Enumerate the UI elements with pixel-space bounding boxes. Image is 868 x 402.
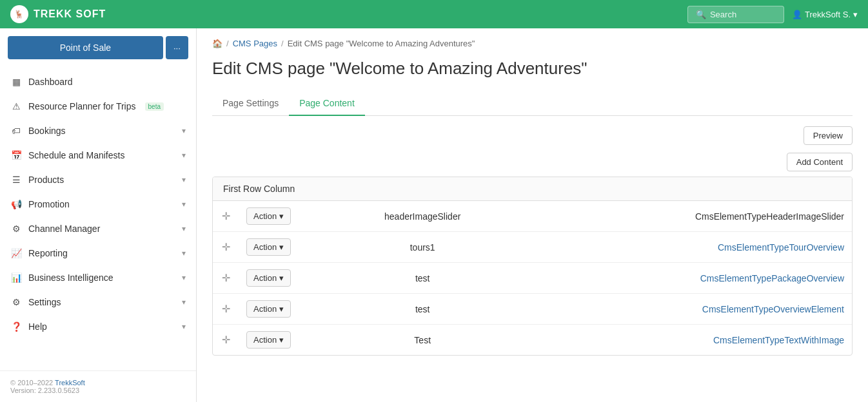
bookings-icon: 🏷	[10, 125, 22, 137]
business-intelligence-icon: 📊	[10, 272, 22, 283]
element-name: headerImageSlider	[329, 201, 516, 232]
user-icon: 👤	[792, 10, 802, 19]
sidebar-item-reporting[interactable]: 📈 Reporting ▾	[0, 241, 196, 265]
chevron-down-icon: ▾	[182, 175, 186, 184]
search-label: Search	[710, 10, 736, 19]
actions-row: Preview	[212, 126, 853, 145]
chevron-down-icon: ▾	[182, 224, 186, 233]
section-title: First Row Column	[213, 177, 852, 201]
action-button[interactable]: Action ▾	[246, 300, 291, 318]
element-type: CmsElementTypeHeaderImageSlider	[516, 201, 852, 232]
drag-handle-icon: ✛	[222, 242, 230, 253]
pos-button[interactable]: Point of Sale	[8, 36, 163, 59]
help-icon: ❓	[10, 321, 22, 332]
action-button[interactable]: Action ▾	[246, 331, 291, 349]
schedule-icon: 📅	[10, 149, 22, 161]
pos-button-group: Point of Sale ···	[8, 36, 188, 59]
chevron-down-icon: ▾	[182, 322, 186, 331]
sidebar-item-schedule[interactable]: 📅 Schedule and Manifests ▾	[0, 143, 196, 168]
action-button[interactable]: Action ▾	[246, 238, 291, 256]
action-chevron-icon: ▾	[279, 273, 284, 283]
table-row: ✛ Action ▾ test CmsElementTypePackageOve…	[213, 263, 852, 294]
top-nav-right: 🔍 Search 👤 TrekkSoft S. ▾	[687, 6, 858, 23]
sidebar-item-dashboard[interactable]: ▦ Dashboard	[0, 70, 196, 94]
sidebar-footer: © 2010–2022 TrekkSoft Version: 2.233.0.5…	[0, 370, 196, 402]
sidebar-item-promotion[interactable]: 📢 Promotion ▾	[0, 192, 196, 216]
table-row: ✛ Action ▾ Test CmsElementTypeTextWithIm…	[213, 325, 852, 356]
logo: 🦌 TREKK SOFT	[10, 5, 106, 23]
reporting-icon: 📈	[10, 247, 22, 259]
table-row: ✛ Action ▾ tours1 CmsElementTypeTourOver…	[213, 232, 852, 263]
sidebar-item-settings[interactable]: ⚙ Settings ▾	[0, 290, 196, 314]
copyright-text: © 2010–2022 TrekkSoft	[10, 379, 186, 387]
sidebar-item-label: Channel Manager	[28, 224, 100, 234]
element-type[interactable]: CmsElementTypeOverviewElement	[516, 294, 852, 325]
sidebar-item-label: Settings	[28, 297, 61, 307]
element-name: test	[329, 294, 516, 325]
chevron-down-icon: ▾	[182, 151, 186, 160]
sidebar-item-label: Products	[28, 175, 64, 185]
action-label: Action	[253, 273, 277, 283]
element-type[interactable]: CmsElementTypeTourOverview	[516, 232, 852, 263]
table-row: ✛ Action ▾ test CmsElementTypeOverviewEl…	[213, 294, 852, 325]
dashboard-icon: ▦	[10, 76, 22, 88]
action-label: Action	[253, 304, 277, 314]
table-row: ✛ Action ▾ headerImageSlider CmsElementT…	[213, 201, 852, 232]
search-box[interactable]: 🔍 Search	[687, 6, 784, 23]
action-chevron-icon: ▾	[279, 304, 284, 314]
add-content-button[interactable]: Add Content	[787, 153, 853, 171]
tab-page-content[interactable]: Page Content	[289, 91, 365, 116]
logo-icon: 🦌	[10, 5, 28, 23]
action-button[interactable]: Action ▾	[246, 269, 291, 287]
sidebar-item-help[interactable]: ❓ Help ▾	[0, 314, 196, 339]
tab-page-settings[interactable]: Page Settings	[212, 91, 289, 116]
top-navigation: 🦌 TREKK SOFT 🔍 Search 👤 TrekkSoft S. ▾	[0, 0, 868, 28]
search-icon: 🔍	[696, 10, 706, 19]
resource-planner-icon: ⚠	[10, 100, 22, 112]
action-chevron-icon: ▾	[279, 242, 284, 252]
action-label: Action	[253, 211, 277, 221]
products-icon: ☰	[10, 174, 22, 186]
element-name: tours1	[329, 232, 516, 263]
breadcrumb-cms-pages[interactable]: CMS Pages	[233, 39, 277, 48]
action-chevron-icon: ▾	[279, 211, 284, 221]
user-chevron: ▾	[853, 10, 858, 19]
home-icon[interactable]: 🏠	[212, 39, 222, 48]
beta-badge: beta	[145, 102, 164, 111]
sidebar-item-label: Schedule and Manifests	[28, 150, 124, 160]
sidebar-item-bookings[interactable]: 🏷 Bookings ▾	[0, 119, 196, 143]
settings-icon: ⚙	[10, 296, 22, 308]
page-title: Edit CMS page "Welcome to Amazing Advent…	[212, 59, 853, 79]
sidebar-item-resource-planner[interactable]: ⚠ Resource Planner for Trips beta	[0, 94, 196, 119]
user-label: TrekkSoft S.	[805, 10, 851, 19]
sidebar-item-label: Reporting	[28, 248, 68, 258]
element-name: test	[329, 263, 516, 294]
chevron-down-icon: ▾	[182, 273, 186, 282]
content-section: First Row Column ✛ Action ▾ headerImageS…	[212, 177, 853, 356]
breadcrumb-current: Edit CMS page "Welcome to Amazing Advent…	[288, 39, 475, 48]
sidebar-item-label: Resource Planner for Trips	[28, 101, 136, 111]
content-area: 🏠 / CMS Pages / Edit CMS page "Welcome t…	[197, 28, 868, 402]
chevron-down-icon: ▾	[182, 249, 186, 258]
element-type[interactable]: CmsElementTypeTextWithImage	[516, 325, 852, 356]
sidebar-item-label: Business Intelligence	[28, 273, 113, 283]
action-label: Action	[253, 242, 277, 252]
trekksoft-link[interactable]: TrekkSoft	[55, 379, 85, 387]
drag-handle-icon: ✛	[222, 303, 230, 314]
drag-handle-icon: ✛	[222, 273, 230, 283]
preview-button[interactable]: Preview	[804, 126, 853, 145]
sidebar-item-label: Bookings	[28, 126, 66, 136]
pos-more-button[interactable]: ···	[166, 36, 188, 59]
element-type[interactable]: CmsElementTypePackageOverview	[516, 263, 852, 294]
sidebar-item-channel-manager[interactable]: ⚙ Channel Manager ▾	[0, 216, 196, 241]
add-content-row: Add Content	[212, 153, 853, 171]
sidebar-item-products[interactable]: ☰ Products ▾	[0, 168, 196, 192]
action-label: Action	[253, 335, 277, 345]
sidebar-nav: ▦ Dashboard ⚠ Resource Planner for Trips…	[0, 67, 196, 341]
drag-handle-icon: ✛	[222, 334, 230, 345]
version-text: Version: 2.233.0.5623	[10, 387, 186, 394]
user-menu[interactable]: 👤 TrekkSoft S. ▾	[792, 10, 858, 19]
sidebar-item-business-intelligence[interactable]: 📊 Business Intelligence ▾	[0, 265, 196, 290]
action-chevron-icon: ▾	[279, 335, 284, 345]
action-button[interactable]: Action ▾	[246, 207, 291, 225]
